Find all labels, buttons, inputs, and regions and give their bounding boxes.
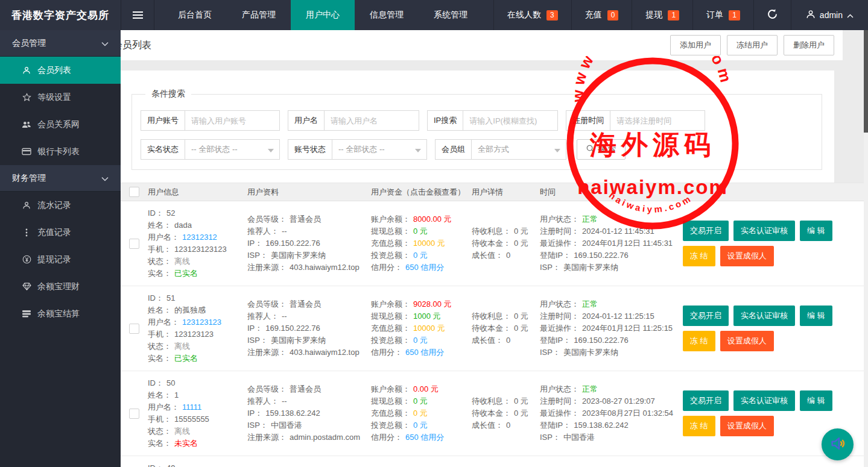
chevron-down-icon <box>268 149 274 152</box>
invest-amount[interactable]: 0 元 <box>413 336 428 345</box>
balance-amount[interactable]: 0.00 元 <box>413 384 439 393</box>
withdraw-amount[interactable]: 1000 元 <box>413 312 441 321</box>
stat-online[interactable]: 在线人数 3 <box>493 0 571 30</box>
user-icon <box>22 66 31 75</box>
online-count-badge: 3 <box>546 10 558 20</box>
user-table: 用户信息 用户资料 用户资金（点击金额查看） 用户详情 时间 ID：52 姓名：… <box>121 183 864 467</box>
sidebar-item-yuebao-invest[interactable]: 余额宝理财 <box>0 273 121 300</box>
user-menu[interactable]: admin <box>791 0 868 30</box>
edit-button[interactable]: 编 辑 <box>800 221 832 241</box>
user-icon <box>22 201 31 210</box>
credit-score[interactable]: 650 信用分 <box>405 263 444 272</box>
refresh-button[interactable] <box>753 0 791 30</box>
top-menu-system[interactable]: 系统管理 <box>419 0 483 30</box>
stat-withdraw[interactable]: 提现 1 <box>632 0 692 30</box>
select-all-checkbox[interactable] <box>129 187 139 197</box>
search-field-regtime: 注册时间 <box>566 110 705 131</box>
row-checkbox[interactable] <box>129 409 139 419</box>
edit-button[interactable]: 编 辑 <box>800 306 832 326</box>
announcement-button[interactable] <box>822 428 854 460</box>
table-row: ID：50 姓名：1 用户名：11111 手机：15555555 状态：离线 实… <box>121 371 864 456</box>
sidebar-item-yuebao-settle[interactable]: 余额宝结算 <box>0 300 121 327</box>
recharge-amount[interactable]: 10000 元 <box>413 239 445 248</box>
scrollbar-thumb[interactable] <box>864 30 868 133</box>
freeze-button[interactable]: 冻 结 <box>683 246 715 266</box>
trade-toggle-button[interactable]: 交易开启 <box>683 390 729 411</box>
kyc-review-button[interactable]: 实名认证审核 <box>733 306 795 326</box>
hamburger-menu-icon[interactable] <box>121 0 154 30</box>
member-group-select[interactable]: 全部方式 <box>471 139 566 160</box>
users-icon <box>22 121 31 129</box>
sidebar-item-member-list[interactable]: 会员列表 <box>0 57 121 84</box>
vertical-scrollbar[interactable] <box>864 30 868 467</box>
invest-amount[interactable]: 0 元 <box>413 251 428 260</box>
recharge-amount[interactable]: 0 元 <box>413 409 428 418</box>
user-status: 正常 <box>582 299 598 309</box>
sidebar-item-transaction-log[interactable]: 流水记录 <box>0 192 121 219</box>
speaker-icon <box>829 434 847 454</box>
edit-button[interactable]: 编 辑 <box>800 390 832 411</box>
search-field-account-status: 账号状态 -- 全部状态 -- <box>288 139 427 160</box>
realname-status-select[interactable]: -- 全部状态 -- <box>185 139 280 160</box>
set-fake-button[interactable]: 设置成假人 <box>720 416 774 436</box>
realname-status: 未实名 <box>174 439 198 448</box>
kyc-review-button[interactable]: 实名认证审核 <box>733 221 795 241</box>
sidebar-item-recharge-records[interactable]: 充值记录 <box>0 219 121 246</box>
username-link[interactable]: 123123123 <box>182 318 221 327</box>
table-body: ID：52 姓名：dada 用户名：12312312 手机：1231231231… <box>121 201 864 467</box>
table-row: ID：51 姓名：的孤独感 用户名：123123123 手机：123123123… <box>121 286 864 371</box>
kyc-review-button[interactable]: 实名认证审核 <box>733 390 795 411</box>
account-status-select[interactable]: -- 全部状态 -- <box>332 139 427 160</box>
add-user-button[interactable]: 添加用户 <box>670 35 721 55</box>
top-menu-info[interactable]: 信息管理 <box>355 0 419 30</box>
username-link[interactable]: 12312312 <box>182 233 217 242</box>
sidebar-group-members[interactable]: 会员管理 <box>0 30 121 57</box>
user-name: admin <box>820 10 843 20</box>
sidebar-item-bank-cards[interactable]: 银行卡列表 <box>0 138 121 165</box>
delete-user-button[interactable]: 删除用户 <box>784 35 834 55</box>
stat-recharge[interactable]: 充值 0 <box>571 0 632 30</box>
sidebar-group-finance[interactable]: 财务管理 <box>0 165 121 192</box>
freeze-button[interactable]: 冻 结 <box>683 416 715 436</box>
search-field-ip: IP搜索 <box>427 110 558 131</box>
yen-circle-icon <box>22 255 31 264</box>
sidebar-item-member-network[interactable]: 会员关系网 <box>0 111 121 138</box>
credit-score[interactable]: 650 信用分 <box>405 348 444 357</box>
recharge-amount[interactable]: 10000 元 <box>413 324 445 333</box>
username-input[interactable] <box>324 110 419 131</box>
order-count-badge: 1 <box>729 10 740 20</box>
realname-status: 已实名 <box>174 354 198 363</box>
invest-amount[interactable]: 0 元 <box>413 421 428 430</box>
realname-status: 已实名 <box>174 269 198 278</box>
top-menu-home[interactable]: 后台首页 <box>163 0 227 30</box>
sidebar-item-level-settings[interactable]: 等级设置 <box>0 84 121 111</box>
top-menu-products[interactable]: 产品管理 <box>227 0 291 30</box>
set-fake-button[interactable]: 设置成假人 <box>720 246 774 266</box>
freeze-user-button[interactable]: 冻结用户 <box>727 35 778 55</box>
trade-toggle-button[interactable]: 交易开启 <box>683 221 729 241</box>
page-title: 会员列表 <box>121 39 151 52</box>
freeze-button[interactable]: 冻 结 <box>683 331 715 351</box>
ip-input[interactable] <box>463 110 558 131</box>
row-checkbox[interactable] <box>129 239 139 249</box>
top-menu-user-center[interactable]: 用户中心 <box>291 0 355 30</box>
page-header: 会员列表 添加用户 冻结用户 删除用户 <box>121 30 843 60</box>
credit-score[interactable]: 650 信用分 <box>405 433 444 442</box>
balance-amount[interactable]: 9028.00 元 <box>413 299 452 309</box>
chevron-down-icon <box>101 39 109 48</box>
refresh-icon <box>767 8 778 22</box>
trade-toggle-button[interactable]: 交易开启 <box>683 306 729 326</box>
table-row: ID：52 姓名：dada 用户名：12312312 手机：1231231231… <box>121 201 864 286</box>
username-link[interactable]: 11111 <box>182 403 201 412</box>
search-button[interactable]: 搜 索 <box>577 139 626 160</box>
balance-amount[interactable]: 8000.00 元 <box>413 215 452 224</box>
withdraw-amount[interactable]: 0 元 <box>413 227 428 236</box>
stat-orders[interactable]: 订单 1 <box>692 0 753 30</box>
sidebar-item-withdraw-records[interactable]: 提现记录 <box>0 246 121 273</box>
regtime-input[interactable] <box>610 110 705 131</box>
withdraw-amount[interactable]: 0 元 <box>413 396 428 406</box>
row-checkbox[interactable] <box>129 324 139 334</box>
search-field-username: 用户名 <box>288 110 419 131</box>
account-input[interactable] <box>185 110 280 131</box>
set-fake-button[interactable]: 设置成假人 <box>720 331 774 351</box>
